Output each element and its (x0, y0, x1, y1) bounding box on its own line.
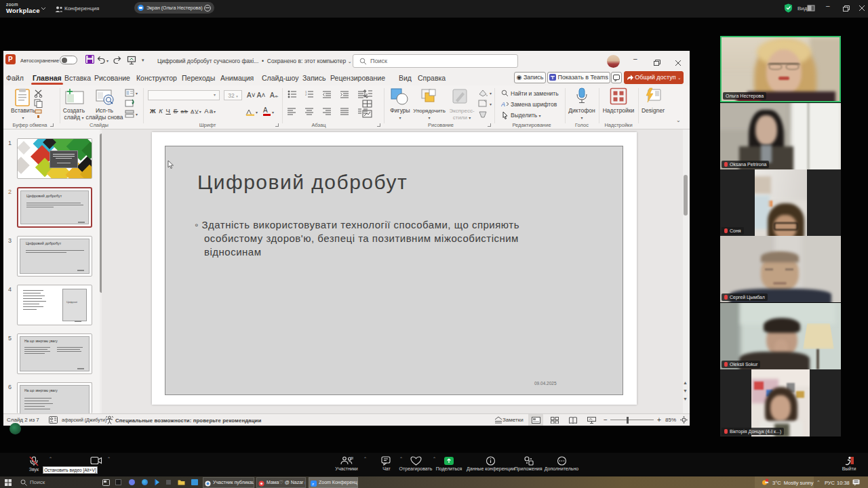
svg-text:A: A (501, 101, 505, 108)
svg-text:2: 2 (305, 93, 307, 96)
svg-text:36: 36 (351, 456, 353, 460)
svg-text:z: z (312, 482, 314, 486)
